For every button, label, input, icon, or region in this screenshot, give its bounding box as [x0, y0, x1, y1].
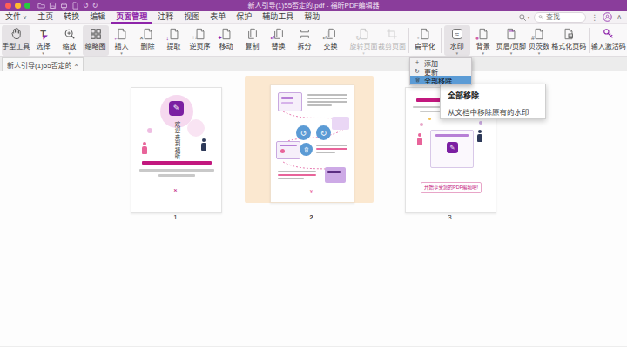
advanced-search-icon[interactable]: ▾: [518, 13, 530, 22]
format-page-number-button[interactable]: 格式化页码: [552, 25, 586, 56]
page-thumbnail-2[interactable]: ↺ ↻ »: [270, 84, 354, 203]
close-tab-icon[interactable]: ×: [74, 61, 78, 69]
page3-cta-button: 开始享受您的PDF编辑吧!: [421, 182, 482, 193]
open-file-icon[interactable]: [37, 2, 45, 10]
page1-vertical-title: 欢迎来到福昕: [172, 121, 181, 160]
card-illustration: [332, 117, 349, 130]
text-line: [307, 94, 347, 96]
header-footer-button[interactable]: 页眉/页脚 ▾: [496, 25, 526, 56]
more-options-icon[interactable]: ⋮: [590, 13, 598, 22]
background-button[interactable]: ● 背景 ▾: [470, 25, 496, 56]
undo-icon[interactable]: ↺: [83, 2, 89, 10]
replace-page-icon: ⇄: [272, 27, 286, 40]
scroll-down-chevron: »: [307, 190, 314, 193]
insert-page-icon: ←: [115, 27, 129, 40]
menu-accessibility-tools[interactable]: 辅助工具: [257, 11, 299, 24]
background-icon: ●: [476, 27, 490, 40]
reverse-page-order-button[interactable]: ↑↓ 逆页序: [187, 25, 213, 56]
close-window-button[interactable]: [5, 3, 11, 9]
menu-edit[interactable]: 编辑: [84, 11, 111, 24]
undo-circle-icon: ↺: [296, 125, 311, 140]
tooltip-description: 从文档中移除原有的水印: [448, 106, 538, 117]
account-avatar[interactable]: [603, 10, 612, 25]
crop-page-button: 裁剪页面: [378, 25, 407, 56]
minimize-window-button[interactable]: [15, 3, 21, 9]
menu-convert[interactable]: 转换: [58, 11, 84, 24]
menu-bar: 文件∨ 主页 转换 编辑 页面管理 注释 视图 表单 保护 辅助工具 帮助 ▾ …: [0, 11, 627, 24]
remove-all-tooltip: 全部移除 从文档中移除原有的水印: [440, 84, 546, 119]
toolbar-separator: [441, 28, 442, 53]
confetti: [479, 121, 482, 125]
menu-help[interactable]: 帮助: [299, 11, 325, 24]
refresh-icon: ↻: [414, 68, 421, 75]
search-input-wrapper: [534, 12, 586, 23]
menu-page-management[interactable]: 页面管理: [111, 11, 152, 24]
toolbar-separator: [347, 28, 347, 53]
text-line: [278, 171, 316, 172]
replace-page-button[interactable]: ⇄ 替换: [266, 25, 292, 56]
menu-file[interactable]: 文件∨: [0, 11, 32, 24]
watermark-icon: ≈: [450, 27, 464, 40]
watermark-update-item[interactable]: ↻ 更新: [410, 67, 471, 76]
trash-circle-icon: [300, 143, 313, 156]
watermark-remove-all-item[interactable]: 全部移除: [410, 76, 471, 84]
add-icon: +: [414, 59, 421, 66]
select-cursor-icon: T◤: [37, 27, 51, 40]
page-thumbnail-1[interactable]: ✎ 欢迎来到福昕 »: [131, 87, 222, 213]
print-icon[interactable]: [60, 2, 68, 10]
card-illustration: [325, 167, 346, 183]
menu-home[interactable]: 主页: [32, 11, 58, 24]
flatten-button[interactable]: ◦ 扁平化: [412, 25, 438, 56]
crop-page-icon: [385, 27, 399, 40]
text-line: [316, 152, 335, 153]
bates-number-button[interactable]: # 贝茨数 ▾: [526, 25, 552, 56]
text-line: [142, 161, 212, 165]
delete-page-button[interactable]: × 删除: [135, 25, 161, 56]
grid-icon: [89, 27, 103, 40]
export-document-icon[interactable]: [71, 2, 79, 10]
zoom-tool-button[interactable]: 缩放 ▾: [57, 25, 83, 56]
menu-form[interactable]: 表单: [205, 11, 231, 24]
tooltip-title: 全部移除: [448, 90, 538, 101]
maximize-window-button[interactable]: [24, 3, 30, 9]
split-page-icon: [298, 27, 312, 40]
redo-icon[interactable]: ↻: [92, 2, 98, 10]
move-page-button[interactable]: + 移动: [213, 25, 239, 56]
extract-page-button[interactable]: ↓ 提取: [161, 25, 187, 56]
menu-view[interactable]: 视图: [179, 11, 205, 24]
text-line: [307, 104, 332, 106]
search-input[interactable]: [546, 13, 582, 21]
document-tab[interactable]: 新人引导(1)55否定的... ×: [2, 57, 84, 71]
menu-comment[interactable]: 注释: [152, 11, 179, 24]
ribbon-toolbar: 手型工具 T◤ 选择 ▾ 缩放 ▾ 缩略图 ← 插入 ▾ × 删除 ↓ 提取 ↑…: [0, 24, 627, 57]
text-line: [158, 174, 195, 177]
redo-circle-icon: ↻: [316, 125, 331, 140]
select-tool-button[interactable]: T◤ 选择 ▾: [30, 25, 57, 56]
split-page-button[interactable]: 拆分: [292, 25, 318, 56]
hand-tool-button[interactable]: 手型工具: [2, 25, 30, 56]
decorative-circle: [147, 128, 152, 133]
menu-protect[interactable]: 保护: [231, 11, 257, 24]
swap-page-icon: ⇄: [324, 27, 338, 40]
swap-page-button[interactable]: ⇄ 交换: [318, 25, 344, 56]
insert-page-button[interactable]: ← 插入 ▾: [109, 25, 135, 56]
collapse-ribbon-icon[interactable]: ∧: [617, 13, 622, 21]
watermark-button[interactable]: ≈ 水印 ▾: [444, 25, 470, 56]
scroll-down-chevron: »: [172, 189, 179, 192]
person-illustration: [201, 138, 206, 151]
watermark-add-item[interactable]: + 添加: [410, 58, 471, 67]
text-line: [139, 169, 214, 172]
decorative-circle: [187, 119, 205, 137]
text-line: [316, 145, 347, 146]
rotate-page-button: ↻ 旋转页面 ▾: [349, 25, 378, 56]
reverse-order-icon: ↑↓: [193, 27, 207, 40]
text-line: [278, 178, 304, 179]
bates-number-icon: #: [532, 27, 546, 40]
confetti: [428, 118, 431, 120]
extract-page-icon: ↓: [167, 27, 181, 40]
copy-page-button[interactable]: 复制: [239, 25, 266, 56]
enter-activation-code-button[interactable]: 输入激活码: [591, 25, 625, 56]
thumbnails-button[interactable]: 缩略图: [83, 25, 109, 56]
panel-illustration: [276, 141, 300, 159]
save-icon[interactable]: [49, 2, 57, 10]
